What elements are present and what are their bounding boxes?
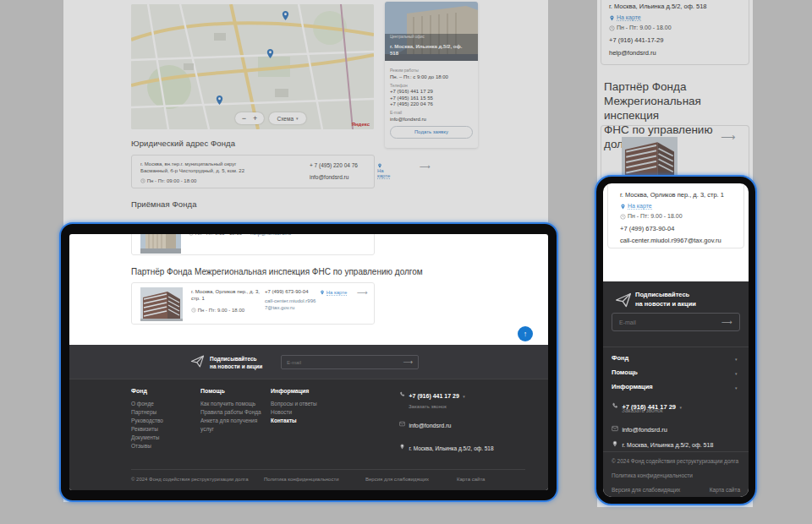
footer-email[interactable]: info@fondsrd.ru bbox=[409, 423, 451, 428]
subscribe-email-input[interactable] bbox=[612, 319, 721, 325]
privacy-link[interactable]: Политика конфиденциальности bbox=[264, 477, 339, 482]
reception-email[interactable]: help@fondsrd.ru bbox=[250, 234, 291, 237]
partner-map-link-wrap: На карте bbox=[320, 290, 347, 296]
footer-column-info: Информация Вопросы и ответы Новости Конт… bbox=[271, 388, 338, 425]
mobile-office-hours: Пн - Пт: 9.00 - 18.00 bbox=[609, 25, 672, 31]
legal-address-card: г. Москва, вн.тер.г. муниципальный округ… bbox=[131, 155, 375, 188]
reception-title: Приёмная Фонда bbox=[131, 199, 197, 209]
partner-email[interactable]: call-center.miudol.r9967@tax.gov.ru bbox=[265, 297, 317, 311]
mobile-map-link[interactable]: На карте bbox=[617, 14, 641, 21]
partner-map-link[interactable]: На карте bbox=[326, 290, 348, 296]
footer-link[interactable]: Новости bbox=[271, 408, 338, 417]
accessibility-link[interactable]: Версия для слабовидящих bbox=[612, 487, 680, 493]
footer-phone[interactable]: +7 (916) 441 17 29 bbox=[409, 393, 458, 399]
legal-map-link[interactable]: На карте bbox=[377, 168, 390, 179]
subscribe-submit-arrow[interactable]: ⟶ bbox=[403, 358, 418, 366]
legal-address-title: Юридический адрес Фонда bbox=[131, 139, 235, 148]
footer-link[interactable]: Правила работы Фонда bbox=[200, 408, 268, 417]
card-arrow-icon[interactable]: ⟶ bbox=[721, 131, 735, 143]
scroll-top-button[interactable]: ↑ bbox=[518, 326, 533, 341]
phone-map-link[interactable]: На карте bbox=[628, 203, 652, 210]
pin-icon bbox=[609, 15, 615, 21]
footer-link[interactable]: Руководство bbox=[131, 417, 197, 425]
phone-screen: г. Москва, Орликов пер., д. 3, стр. 1 На… bbox=[603, 183, 749, 497]
footer-link[interactable]: Реквизиты bbox=[131, 425, 197, 434]
subscribe-submit-arrow[interactable]: ⟶ bbox=[721, 318, 739, 326]
subscribe-input-wrap: ⟶ bbox=[281, 355, 419, 369]
accordion-fund[interactable]: Фонд bbox=[612, 354, 628, 362]
email-label: E-mail bbox=[390, 110, 473, 115]
schedule-value: Пн. – Пт.: с 9:00 до 18:00 bbox=[390, 74, 473, 79]
footer-address: г. Москва, Ильинка д.5/2, оф. 518 bbox=[622, 442, 713, 448]
legal-map-link-wrap: На карте bbox=[377, 163, 390, 179]
email-link[interactable]: info@fondsrd.ru bbox=[390, 117, 473, 122]
pin-icon bbox=[612, 440, 618, 447]
map-pin[interactable] bbox=[214, 95, 225, 106]
chevron-down-icon: ▾ bbox=[735, 357, 738, 362]
card-arrow-icon[interactable]: ⟶ bbox=[357, 288, 368, 297]
pin-icon bbox=[320, 290, 325, 295]
sitemap-link[interactable]: Карта сайта bbox=[457, 477, 485, 482]
footer-link-active[interactable]: Контакты bbox=[271, 417, 338, 425]
footer-link[interactable]: Анкета для получения услуг bbox=[200, 417, 268, 434]
phone-partner-phone[interactable]: +7 (499) 673-90-04 bbox=[620, 225, 674, 232]
partner-title: Партнёр Фонда Межрегиональная инспекция … bbox=[131, 267, 423, 276]
map-zoom-controls: − + bbox=[235, 112, 264, 124]
footer-column-title: Информация bbox=[271, 388, 338, 394]
footer-link[interactable]: О фонде bbox=[131, 400, 197, 408]
map-pin[interactable] bbox=[280, 10, 291, 21]
reception-hours: Пн - Пт: 9.00 - 18.00 bbox=[189, 234, 242, 237]
footer-email-row[interactable]: info@fondsrd.ru bbox=[612, 420, 667, 435]
accessibility-link[interactable]: Версия для слабовидящих bbox=[365, 477, 429, 482]
phone-link[interactable]: +7 (495) 220 04 76 bbox=[390, 101, 473, 106]
phone-icon bbox=[399, 391, 405, 397]
footer-link[interactable]: Партнеры bbox=[131, 408, 197, 417]
sitemap-link[interactable]: Карта сайта bbox=[710, 487, 740, 493]
legal-address: г. Москва, вн.тер.г. муниципальный округ… bbox=[140, 161, 254, 174]
reception-building-photo bbox=[140, 234, 181, 254]
footer-link[interactable]: Документы bbox=[131, 434, 197, 442]
legal-phone[interactable]: + 7 (495) 220 04 76 bbox=[310, 161, 358, 169]
chevron-down-icon: ▾ bbox=[680, 405, 683, 410]
phone-partner-hours: Пн - Пт: 9.00 - 18.00 bbox=[620, 213, 683, 220]
phone-partner-email[interactable]: call-center.miudol.r9967@tax.gov.ru bbox=[620, 237, 721, 244]
zoom-in-button[interactable]: + bbox=[253, 114, 257, 123]
accordion-help[interactable]: Помощь bbox=[612, 368, 638, 376]
zoom-out-button[interactable]: − bbox=[242, 114, 246, 123]
legal-hours: Пн - Пт: 09:00 - 18:00 bbox=[140, 177, 196, 184]
mobile-office-email[interactable]: help@fondsrd.ru bbox=[609, 49, 656, 57]
footer-email-row[interactable]: info@fondsrd.ru bbox=[399, 416, 526, 431]
map-layers-button[interactable]: Схема ▾ bbox=[269, 112, 306, 124]
paper-plane-icon bbox=[615, 292, 632, 308]
map-attribution: Яндекс bbox=[352, 122, 370, 127]
copyright: © 2024 Фонд содействия реструктуризации … bbox=[612, 458, 738, 464]
yandex-map[interactable]: − + Схема ▾ Яндекс bbox=[131, 4, 374, 129]
card-arrow-icon[interactable]: ⟶ bbox=[420, 162, 431, 171]
submit-request-button[interactable]: Подать заявку bbox=[390, 126, 473, 139]
callback-link[interactable]: Заказать звонок bbox=[622, 407, 663, 413]
footer-link[interactable]: Как получить помощь bbox=[200, 400, 268, 408]
footer-email[interactable]: info@fondsrd.ru bbox=[622, 426, 667, 434]
chevron-down-icon: ▾ bbox=[735, 385, 738, 390]
partner-card: г. Москва, Орликов пер., д. 3, стр. 1 Пн… bbox=[131, 282, 375, 325]
legal-email[interactable]: info@fondsrd.ru bbox=[310, 173, 348, 181]
footer-phone-row[interactable]: +7 (916) 441 17 29 ▾ bbox=[399, 386, 526, 401]
footer-column-title: Фонд bbox=[131, 388, 197, 394]
partner-phone[interactable]: +7 (499) 673-90-04 bbox=[265, 288, 309, 295]
partner-building-photo bbox=[140, 287, 183, 321]
map-pin[interactable] bbox=[265, 48, 276, 59]
phone-link[interactable]: +7 (916) 441 17 29 bbox=[390, 89, 473, 94]
mobile-office-phone[interactable]: +7 (916) 441-17-29 bbox=[609, 36, 663, 44]
privacy-link[interactable]: Политика конфиденциальности bbox=[612, 472, 693, 478]
callback-link[interactable]: Заказать звонок bbox=[409, 404, 526, 409]
accordion-info[interactable]: Информация bbox=[612, 383, 653, 390]
footer-link[interactable]: Вопросы и ответы bbox=[271, 400, 338, 408]
phone-partner-address: г. Москва, Орликов пер., д. 3, стр. 1 bbox=[620, 191, 724, 199]
pin-icon bbox=[620, 204, 626, 210]
map-layers-label: Схема bbox=[277, 116, 294, 122]
subscribe-email-input[interactable] bbox=[282, 360, 403, 365]
footer-link[interactable]: Отзывы bbox=[131, 442, 197, 450]
clock-icon bbox=[620, 214, 626, 220]
phone-link[interactable]: +7 (495) 161 15 55 bbox=[390, 96, 473, 101]
office-label: Центральный офис bbox=[390, 35, 425, 39]
